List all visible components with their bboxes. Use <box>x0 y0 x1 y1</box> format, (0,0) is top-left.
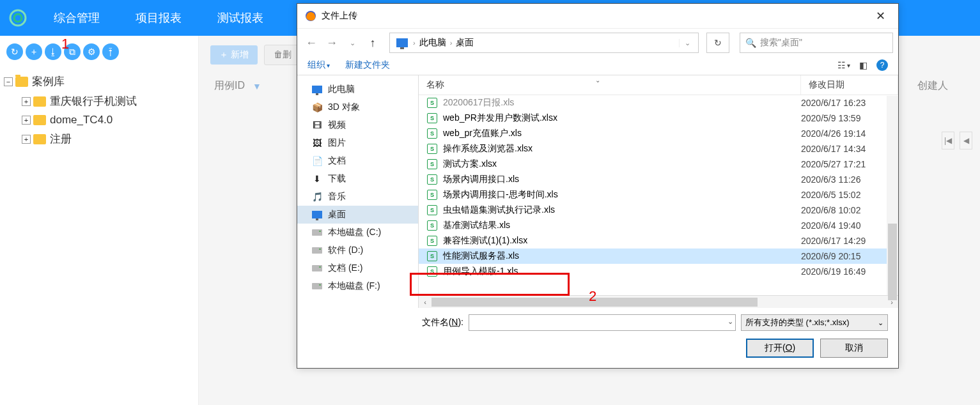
path-box[interactable]: › 此电脑 › 桌面 ⌄ <box>389 33 699 53</box>
file-row[interactable]: S基准测试结果.xls2020/6/4 19:40 <box>419 218 898 233</box>
tree-child[interactable]: +注册 <box>20 129 196 149</box>
sidebar-label: 本地磁盘 (C:) <box>328 227 381 238</box>
recent-dd-icon[interactable]: ⌄ <box>343 34 361 52</box>
file-row[interactable]: S20200617日报.xls2020/6/17 16:23 <box>419 95 898 111</box>
sidebar-item[interactable]: ⬇下载 <box>297 170 418 188</box>
help-button[interactable]: ? <box>876 59 888 71</box>
sidebar-label: 文档 (E:) <box>328 263 362 274</box>
disk-icon <box>311 229 323 236</box>
file-row[interactable]: Sweb_PR并发用户数测试.xlsx2020/5/9 13:59 <box>419 111 898 126</box>
copy-icon[interactable]: ⧉ <box>64 43 81 60</box>
sidebar-item[interactable]: 此电脑 <box>297 80 418 98</box>
tree-root[interactable]: − 案例库 <box>3 72 196 91</box>
nav-general-mgmt[interactable]: 综合管理 <box>36 0 118 36</box>
file-date: 2020/6/5 15:02 <box>801 190 898 200</box>
expand-icon[interactable]: + <box>22 135 31 144</box>
refresh-button[interactable]: ↻ <box>706 33 729 53</box>
sidebar-label: 视频 <box>328 119 346 131</box>
open-button[interactable]: 打开(O) <box>746 339 814 358</box>
file-date: 2020/4/26 19:14 <box>801 128 898 139</box>
import-icon[interactable]: ⭳ <box>45 43 61 60</box>
file-name: 场景内调用接口.xls <box>439 174 801 185</box>
col-name[interactable]: 名称 <box>419 75 801 95</box>
tree-child-label: dome_TC4.0 <box>50 114 113 126</box>
sidebar-item[interactable]: 🖼图片 <box>297 134 418 152</box>
forward-icon[interactable]: → <box>323 34 341 52</box>
file-row[interactable]: S测试方案.xlsx2020/5/27 17:21 <box>419 157 898 172</box>
file-date: 2020/6/17 14:29 <box>801 236 898 246</box>
new-folder-button[interactable]: 新建文件夹 <box>345 59 390 71</box>
xls-icon: S <box>425 144 439 154</box>
xls-icon: S <box>425 220 439 231</box>
sidebar-item[interactable]: 📦3D 对象 <box>297 98 418 116</box>
vertical-scrollbar[interactable] <box>887 96 898 295</box>
file-row[interactable]: Sweb_pr充值账户.xls2020/4/26 19:14 <box>419 126 898 141</box>
file-row[interactable]: S操作系统及浏览器.xlsx2020/6/17 14:34 <box>419 141 898 157</box>
sidebar-item[interactable]: 🎵音乐 <box>297 188 418 206</box>
pager-prev[interactable]: ◀ <box>960 132 972 149</box>
file-row[interactable]: S场景内调用接口.xls2020/6/3 11:26 <box>419 172 898 187</box>
search-placeholder: 搜索"桌面" <box>760 37 802 49</box>
preview-pane-button[interactable]: ◧ <box>859 60 867 70</box>
expand-icon[interactable]: + <box>22 116 31 125</box>
svg-point-0 <box>10 10 26 26</box>
sidebar-item[interactable]: 本地磁盘 (F:) <box>297 277 418 295</box>
sidebar-label: 此电脑 <box>328 84 355 95</box>
nav-test-report[interactable]: 测试报表 <box>199 0 281 36</box>
back-icon[interactable]: ← <box>302 34 320 52</box>
sidebar-item[interactable]: 桌面 <box>297 206 418 224</box>
organize-button[interactable]: 组织▾ <box>307 59 330 71</box>
file-name: 操作系统及浏览器.xlsx <box>439 143 801 155</box>
filename-input[interactable] <box>469 314 736 331</box>
image-icon: 🖼 <box>311 138 323 148</box>
file-name: 基准测试结果.xls <box>439 220 801 231</box>
sidebar-item[interactable]: 文档 (E:) <box>297 259 418 277</box>
tree-root-label: 案例库 <box>32 74 65 89</box>
new-button[interactable]: ＋新增 <box>210 45 258 65</box>
file-row[interactable]: S用例导入模版-1.xls2020/6/19 16:49 <box>419 264 898 279</box>
collapse-icon[interactable]: − <box>4 77 13 86</box>
file-type-select[interactable]: 所有支持的类型 (*.xls;*.xlsx)⌄ <box>741 314 888 331</box>
path-dd-icon[interactable]: ⌄ <box>679 39 696 47</box>
file-row[interactable]: S性能测试服务器.xls2020/6/9 20:15 <box>419 248 898 264</box>
path-desktop[interactable]: 桌面 <box>453 37 476 49</box>
file-row[interactable]: S兼容性测试(1)(1).xlsx2020/6/17 14:29 <box>419 233 898 248</box>
file-date: 2020/6/17 14:34 <box>801 144 898 154</box>
file-row[interactable]: S虫虫错题集测试执行记录.xls2020/6/8 10:02 <box>419 202 898 218</box>
col-date[interactable]: 修改日期 <box>801 75 898 95</box>
xls-icon: S <box>425 205 439 215</box>
file-name: 场景内调用接口-思考时间.xls <box>439 189 801 201</box>
monitor-icon <box>311 86 323 93</box>
path-this-pc[interactable]: 此电脑 <box>417 37 449 49</box>
tree-child-label: 重庆银行手机测试 <box>50 94 137 109</box>
pager-first[interactable]: |◀ <box>942 132 954 149</box>
close-icon[interactable]: ✕ <box>871 9 891 23</box>
sidebar-item[interactable]: 📄文档 <box>297 152 418 170</box>
refresh-icon[interactable]: ↻ <box>6 43 23 60</box>
delete-button[interactable]: 🗑删 <box>264 45 301 65</box>
file-date: 2020/6/9 20:15 <box>801 251 898 261</box>
file-date: 2020/6/8 10:02 <box>801 205 898 215</box>
chevron-right-icon: › <box>412 39 417 47</box>
sidebar-item[interactable]: 🎞视频 <box>297 116 418 134</box>
horizontal-scrollbar[interactable]: ‹› <box>419 295 898 308</box>
settings-icon[interactable]: ⚙ <box>83 43 100 60</box>
search-input[interactable]: 🔍 搜索"桌面" <box>740 33 893 53</box>
add-icon[interactable]: + <box>26 43 42 60</box>
view-mode-button[interactable]: ☷ ▾ <box>837 60 850 70</box>
filename-dd-icon[interactable]: ⌄ <box>727 317 733 326</box>
file-row[interactable]: S场景内调用接口-思考时间.xls2020/6/5 15:02 <box>419 187 898 202</box>
up-icon[interactable]: ↑ <box>364 34 382 52</box>
export-icon[interactable]: ⭱ <box>102 43 119 60</box>
cancel-button[interactable]: 取消 <box>820 339 888 358</box>
tree-child[interactable]: +重庆银行手机测试 <box>20 91 196 111</box>
sidebar-item[interactable]: 软件 (D:) <box>297 241 418 259</box>
nav-project-report[interactable]: 项目报表 <box>118 0 199 36</box>
file-date: 2020/5/27 17:21 <box>801 159 898 169</box>
sidebar-item[interactable]: 本地磁盘 (C:) <box>297 224 418 241</box>
doc-icon: 📄 <box>311 156 323 166</box>
filter-icon[interactable]: ▼ <box>253 81 261 91</box>
tree-child-label: 注册 <box>50 132 72 146</box>
tree-child[interactable]: +dome_TC4.0 <box>20 111 196 129</box>
expand-icon[interactable]: + <box>22 97 31 106</box>
